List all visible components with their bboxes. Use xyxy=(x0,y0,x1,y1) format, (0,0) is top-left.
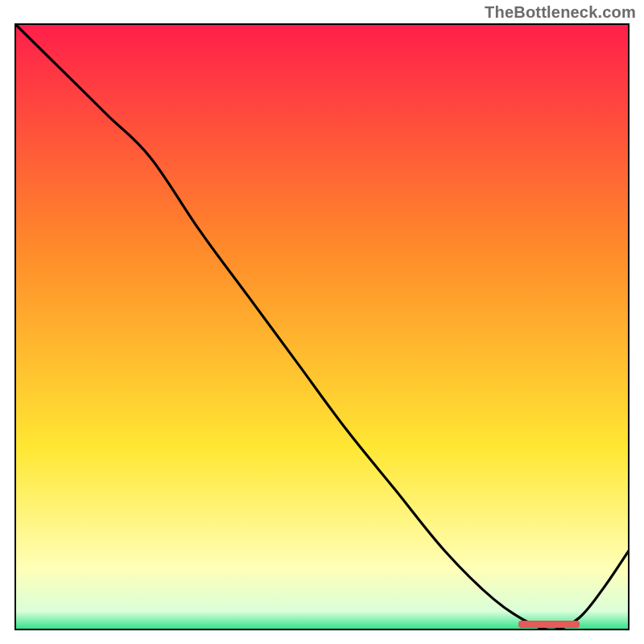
optimal-range-marker xyxy=(518,621,580,628)
chart-stage: TheBottleneck.com xyxy=(0,0,644,644)
chart-canvas xyxy=(0,0,644,644)
